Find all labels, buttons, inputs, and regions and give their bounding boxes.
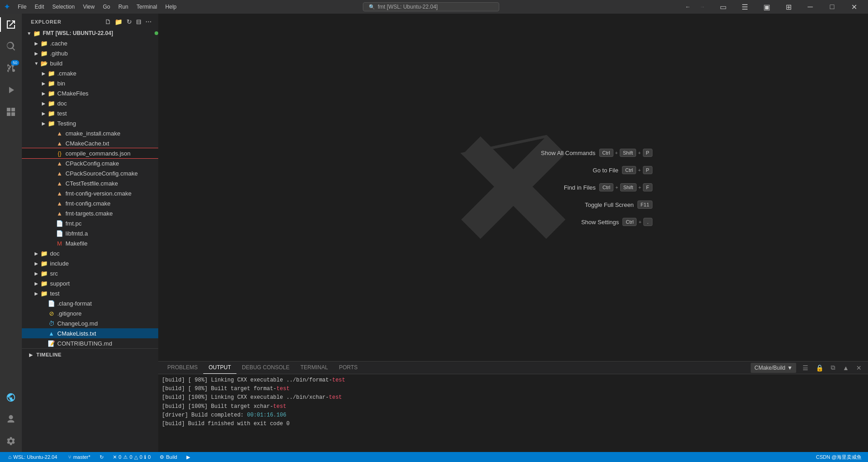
sidebar-item-bin[interactable]: ▶ 📁 bin [22,78,158,88]
sidebar-item-cache[interactable]: ▶ 📁 .cache [22,38,158,48]
account-activity-icon[interactable] [0,408,22,430]
panel-tab-problems[interactable]: PROBLEMS [162,362,203,374]
makefile-label: Makefile [65,240,158,247]
new-file-icon[interactable]: 🗋 [104,17,112,26]
test-folder-icon: 📁 [40,290,48,297]
layout-icon-3[interactable]: ▣ [756,0,777,14]
sidebar-item-cpackconfig[interactable]: ▶ ▲ CPackConfig.cmake [22,158,158,168]
refresh-icon[interactable]: ↻ [125,17,133,26]
menu-run[interactable]: Run [115,3,132,11]
panel-maximize-icon[interactable]: ▲ [840,363,852,372]
menu-file[interactable]: File [14,3,30,11]
panel-close-icon[interactable]: ✕ [853,363,864,372]
sidebar-item-test-inner[interactable]: ▶ 📁 test [22,108,158,118]
menu-selection[interactable]: Selection [49,3,78,11]
status-remote[interactable]: ⌂ WSL: Ubuntu-22.04 [4,452,62,462]
nav-back-button[interactable]: ← [682,3,694,11]
remote-status-text: WSL: Ubuntu-22.04 [13,454,57,460]
panel-lock-icon[interactable]: 🔒 [813,363,826,372]
output-line-3: [build] [100%] Linking CXX executable ..… [162,393,864,402]
run-debug-activity-icon[interactable] [0,79,22,101]
doc-inner-arrow-icon: ▶ [40,101,47,106]
support-folder-icon: 📁 [40,280,48,287]
close-button[interactable]: ✕ [843,0,864,14]
gitignore-label: .gitignore [57,310,158,317]
panel-tab-output[interactable]: OUTPUT [203,362,236,374]
more-options-icon[interactable]: ··· [145,17,153,26]
sidebar-item-ctestfile[interactable]: ▶ ▲ CTestTestfile.cmake [22,178,158,188]
layout-icon-4[interactable]: ⊞ [778,0,799,14]
plus-icon-4: + [615,185,618,190]
panel-output-selector[interactable]: CMake/Build ▼ [751,363,796,373]
include-label: include [50,260,158,267]
sidebar-item-cpacksource[interactable]: ▶ ▲ CPackSourceConfig.cmake [22,168,158,178]
explorer-activity-icon[interactable] [0,14,22,35]
sidebar-item-libfmtd[interactable]: ▶ 📄 libfmtd.a [22,228,158,238]
menu-view[interactable]: View [79,3,98,11]
sidebar-item-cmake-install[interactable]: ▶ ▲ cmake_install.cmake [22,128,158,138]
sidebar-item-build[interactable]: ▼ 📂 build [22,58,158,68]
sidebar-item-doc-inner[interactable]: ▶ 📁 doc [22,98,158,108]
status-git-branch[interactable]: ⑂ master* [65,452,93,462]
settings-activity-icon[interactable] [0,430,22,452]
menu-terminal[interactable]: Terminal [133,3,161,11]
test-inner-folder-icon: 📁 [47,110,55,117]
sidebar-item-include[interactable]: ▶ 📁 include [22,258,158,268]
panel-split-icon[interactable]: ⧉ [828,363,838,372]
sidebar-item-src[interactable]: ▶ 📁 src [22,268,158,278]
sidebar-item-test[interactable]: ▶ 📁 test [22,288,158,298]
menu-help[interactable]: Help [162,3,181,11]
sidebar-item-fmtconfigver[interactable]: ▶ ▲ fmt-config-version.cmake [22,188,158,198]
sidebar-root[interactable]: ▼ 📁 FMT [WSL: UBUNTU-22.04] [22,28,158,38]
sidebar-item-cmakecache[interactable]: ▶ ▲ CMakeCache.txt [22,138,158,148]
sidebar-item-testing[interactable]: ▶ 📁 Testing [22,118,158,128]
status-play[interactable]: ▶ [184,452,193,462]
sidebar-item-fmtpc[interactable]: ▶ 📄 fmt.pc [22,218,158,228]
sidebar-item-contributing[interactable]: ▶ 📝 CONTRIBUTING.md [22,338,158,348]
sidebar-item-compile-commands[interactable]: ▶ {} compile_commands.json [22,148,158,158]
minimize-button[interactable]: ─ [800,0,821,14]
sidebar-item-github[interactable]: ▶ 📁 .github [22,48,158,58]
git-branch-icon: ⑂ [68,454,71,460]
support-arrow-icon: ▶ [33,281,40,286]
sidebar-item-support[interactable]: ▶ 📁 support [22,278,158,288]
sidebar-item-changelog[interactable]: ▶ ⏱ ChangeLog.md [22,318,158,328]
title-search-box[interactable]: 🔍 fmt [WSL: Ubuntu-22.04] [363,2,499,11]
panel-tab-debug-console[interactable]: DEBUG CONSOLE [236,362,295,374]
menu-go[interactable]: Go [99,3,114,11]
status-sync[interactable]: ↻ [97,452,106,462]
sidebar-item-cmakelists[interactable]: ▶ ▲ CMakeLists.txt [22,328,158,338]
sidebar-item-dotcmake[interactable]: ▶ 📁 .cmake [22,68,158,78]
nav-forward-button[interactable]: → [696,3,709,11]
sidebar-item-cmakefiles[interactable]: ▶ 📁 CMakeFiles [22,88,158,98]
panel-tab-terminal[interactable]: TERMINAL [295,362,334,374]
source-control-activity-icon[interactable]: 50 [0,57,22,79]
timeline-header[interactable]: ▶ TIMELINE [22,351,158,359]
panel-selector-value: CMake/Build [754,365,785,371]
compile-commands-file-icon: {} [55,150,64,157]
sidebar-item-fmttargets[interactable]: ▶ ▲ fmt-targets.cmake [22,208,158,218]
layout-icon-1[interactable]: ▭ [712,0,733,14]
fmtpc-file-icon: 📄 [55,220,64,227]
status-errors[interactable]: ✕ 0 ⚠ 0 △ 0 ℹ 0 [110,452,154,462]
status-build[interactable]: ⚙ Build [157,452,180,462]
collapse-icon[interactable]: ⊟ [135,17,143,26]
output-line-2-part1: [build] [ 98%] Built target format- [162,386,276,392]
sidebar-item-clang-format[interactable]: ▶ 📄 .clang-format [22,298,158,308]
doc-arrow-icon: ▶ [33,251,40,256]
layout-icon-2[interactable]: ☰ [734,0,755,14]
sidebar-item-doc[interactable]: ▶ 📁 doc [22,248,158,258]
extensions-activity-icon[interactable] [0,101,22,123]
search-activity-icon[interactable] [0,35,22,57]
sidebar-item-fmtconfig[interactable]: ▶ ▲ fmt-config.cmake [22,198,158,208]
sidebar-item-makefile[interactable]: ▶ M Makefile [22,238,158,248]
maximize-button[interactable]: □ [822,0,843,14]
panel-list-icon[interactable]: ☰ [800,363,811,372]
menu-edit[interactable]: Edit [31,3,48,11]
fmtconfigver-file-icon: ▲ [55,190,64,197]
sidebar-item-gitignore[interactable]: ▶ ⊘ .gitignore [22,308,158,318]
panel-tab-ports[interactable]: PORTS [333,362,363,374]
error-count: 0 [119,454,121,460]
new-folder-icon[interactable]: 📁 [114,17,124,26]
remote-activity-icon[interactable] [0,387,22,408]
